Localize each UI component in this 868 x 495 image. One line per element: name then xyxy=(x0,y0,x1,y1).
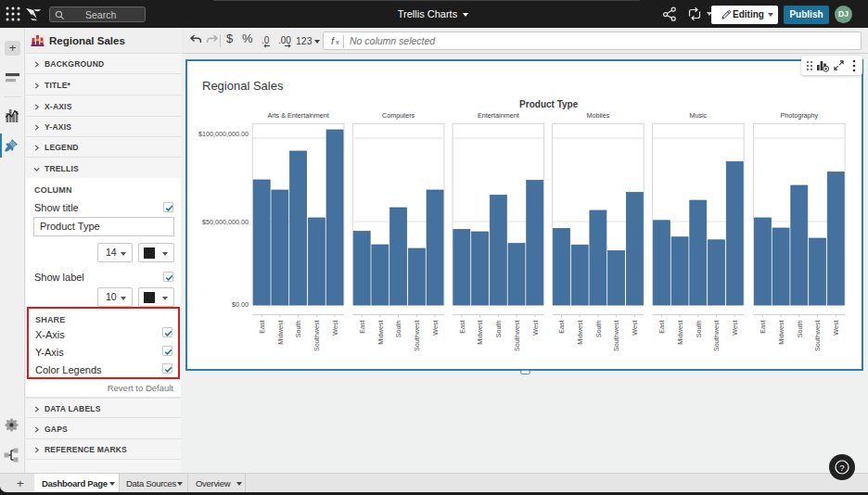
svg-text:West: West xyxy=(331,320,339,335)
svg-text:Southwest: Southwest xyxy=(813,320,822,351)
svg-text:West: West xyxy=(631,320,639,335)
svg-text:West: West xyxy=(531,320,540,335)
svg-text:West: West xyxy=(431,320,440,335)
svg-text:East: East xyxy=(358,320,366,333)
svg-text:East: East xyxy=(759,320,767,333)
svg-text:Product Type: Product Type xyxy=(519,99,579,109)
svg-text:$100,000,000.00: $100,000,000.00 xyxy=(198,130,249,138)
svg-text:Arts & Entertainment: Arts & Entertainment xyxy=(267,111,328,120)
svg-text:.00: .00 xyxy=(278,35,291,45)
svg-text:East: East xyxy=(458,320,466,333)
svg-text:South: South xyxy=(394,320,402,337)
svg-text:Midwest: Midwest xyxy=(777,320,785,344)
svg-text:West: West xyxy=(832,320,840,335)
svg-text:Midwest: Midwest xyxy=(476,320,484,344)
svg-text:Southwest: Southwest xyxy=(513,320,521,351)
svg-text:Music: Music xyxy=(689,111,707,120)
svg-text:South: South xyxy=(494,320,503,337)
svg-text:Entertainment: Entertainment xyxy=(478,111,519,120)
svg-text:South: South xyxy=(695,320,703,337)
svg-text:.0: .0 xyxy=(262,35,270,45)
svg-text:South: South xyxy=(594,320,603,337)
svg-text:Southwest: Southwest xyxy=(612,320,620,351)
svg-text:Computers: Computers xyxy=(382,111,415,120)
svg-text:East: East xyxy=(557,320,566,333)
svg-text:$50,000,000.00: $50,000,000.00 xyxy=(202,218,249,226)
svg-text:Southwest: Southwest xyxy=(313,320,321,351)
svg-text:South: South xyxy=(796,320,804,337)
svg-text:South: South xyxy=(294,320,302,337)
svg-text:Midwest: Midwest xyxy=(377,320,385,344)
svg-text:East: East xyxy=(657,320,666,333)
svg-text:Mobiles: Mobiles xyxy=(587,111,610,120)
svg-text:Photography: Photography xyxy=(780,111,818,120)
svg-text:Midwest: Midwest xyxy=(676,320,684,344)
svg-text:$0.00: $0.00 xyxy=(232,300,249,309)
svg-text:Midwest: Midwest xyxy=(576,320,584,344)
svg-text:Southwest: Southwest xyxy=(712,320,721,351)
svg-text:Southwest: Southwest xyxy=(413,320,421,351)
svg-text:Midwest: Midwest xyxy=(276,320,285,344)
svg-text:East: East xyxy=(258,320,266,333)
svg-text:West: West xyxy=(731,320,739,335)
svg-text:?: ? xyxy=(839,463,844,473)
